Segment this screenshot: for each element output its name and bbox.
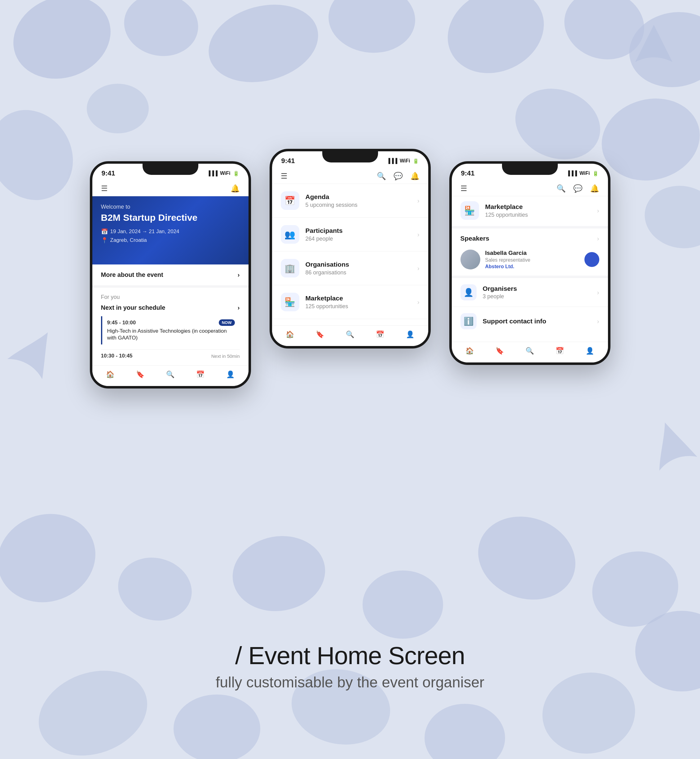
tab-home-center[interactable]: 🏠 [286, 330, 294, 338]
chat-icon-center[interactable]: 💬 [394, 172, 403, 180]
svg-point-1 [119, 0, 203, 62]
now-badge: NOW [219, 319, 235, 326]
svg-point-11 [639, 180, 700, 254]
menu-item-marketplace-center[interactable]: 🏪 Marketplace 125 opportunities › [272, 285, 428, 319]
bell-icon-center[interactable]: 🔔 [410, 172, 420, 180]
marketplace-subtitle-center: 125 opportunities [306, 303, 417, 310]
speaker-card[interactable]: Isabella Garcia Sales representative Abs… [452, 246, 608, 273]
tab-profile-left[interactable]: 👤 [226, 371, 234, 379]
tab-calendar-right[interactable]: 📅 [556, 347, 564, 355]
bottom-title: / Event Home Screen [216, 642, 484, 670]
organisations-subtitle: 86 organisations [306, 269, 417, 276]
schedule-time-1: 9:45 - 10:00 [107, 320, 136, 326]
tab-home-left[interactable]: 🏠 [106, 371, 114, 379]
organisers-icon: 👤 [464, 288, 473, 297]
organisations-icon: 🏢 [284, 263, 295, 274]
tab-bar-center: 🏠 🔖 🔍 📅 👤 [272, 325, 428, 346]
tab-search-right[interactable]: 🔍 [525, 347, 534, 355]
status-icons-right: ▐▐▐ WiFi 🔋 [566, 171, 598, 177]
speakers-section: Speakers › Isabella Garcia Sales represe… [452, 228, 608, 278]
speaker-avatar [461, 250, 480, 269]
support-section[interactable]: ℹ️ Support contact info › [452, 307, 608, 335]
schedule-item-1[interactable]: 9:45 - 10:00 NOW High-Tech in Assistive … [101, 316, 240, 344]
svg-point-23 [536, 665, 642, 759]
status-icons-left: ▐▐▐ WiFi 🔋 [207, 171, 239, 177]
menu-list-center: 📅 Agenda 5 upcoming sessions › 👥 Partici… [272, 184, 428, 319]
wifi-icon-center: WiFi [400, 158, 410, 164]
support-icon: ℹ️ [464, 316, 473, 326]
status-time-left: 9:41 [102, 169, 115, 177]
phone-notch-center [322, 151, 378, 163]
next-in-schedule[interactable]: Next in your schedule › [101, 304, 240, 311]
bottom-text: / Event Home Screen fully customisable b… [216, 642, 484, 691]
phone-notch-left [142, 164, 198, 175]
organisers-section[interactable]: 👤 Organisers 3 people › [452, 278, 608, 307]
speaker-more-circle[interactable] [584, 252, 599, 267]
svg-point-22 [425, 704, 505, 759]
menu-icon-center[interactable]: ☰ [281, 172, 288, 180]
hero-title: B2M Startup Directive [101, 212, 240, 223]
menu-icon-left[interactable]: ☰ [101, 184, 108, 193]
schedule-item-2[interactable]: 10:30 - 10:45 Next in 50min [101, 349, 240, 362]
status-time-center: 9:41 [281, 157, 295, 165]
tab-bar-left: 🏠 🔖 🔍 📅 👤 [92, 365, 248, 386]
tab-search-center[interactable]: 🔍 [346, 330, 354, 338]
phone-right: 9:41 ▐▐▐ WiFi 🔋 ☰ 🔍 💬 🔔 🏪 Marketplace [449, 161, 611, 365]
chat-icon-right[interactable]: 💬 [573, 184, 583, 193]
svg-point-14 [227, 529, 331, 618]
svg-point-2 [200, 0, 327, 94]
location-icon: 📍 [101, 237, 108, 244]
wifi-icon-left: WiFi [220, 171, 231, 176]
svg-point-8 [87, 84, 149, 133]
menu-icon-right[interactable]: ☰ [461, 184, 467, 193]
svg-point-4 [434, 0, 558, 88]
agenda-icon: 📅 [284, 196, 295, 206]
tab-profile-right[interactable]: 👤 [586, 347, 594, 355]
tab-bookmark-left[interactable]: 🔖 [136, 371, 144, 379]
marketplace-sub-right: 125 opportunities [485, 212, 597, 218]
menu-item-organisations[interactable]: 🏢 Organisations 86 organisations › [272, 252, 428, 285]
speakers-chevron: › [597, 235, 599, 242]
bell-icon-right[interactable]: 🔔 [590, 184, 599, 193]
status-time-right: 9:41 [461, 169, 475, 177]
marketplace-block-right[interactable]: 🏪 Marketplace 125 opportunities › [452, 196, 608, 228]
battery-icon-center: 🔋 [413, 158, 419, 164]
support-title: Support contact info [483, 318, 597, 325]
tab-bookmark-right[interactable]: 🔖 [495, 347, 504, 355]
speaker-name: Isabella Garcia [485, 250, 581, 257]
tab-home-right[interactable]: 🏠 [466, 347, 474, 355]
speakers-header[interactable]: Speakers › [452, 228, 608, 246]
signal-icon-center: ▐▐▐ [387, 158, 397, 164]
more-about-button[interactable]: More about the event › [92, 264, 248, 288]
phone-left: 9:41 ▐▐▐ WiFi 🔋 ☰ 🔔 Welcome to B2M Start… [90, 161, 251, 388]
menu-item-participants[interactable]: 👥 Participants 264 people › [272, 218, 428, 252]
search-icon-right[interactable]: 🔍 [556, 184, 566, 193]
tab-calendar-center[interactable]: 📅 [376, 330, 384, 338]
nav-icons-right-center: 🔍 💬 🔔 [377, 172, 420, 180]
tab-bookmark-center[interactable]: 🔖 [316, 330, 324, 338]
organisations-chevron: › [417, 265, 420, 272]
search-icon-center[interactable]: 🔍 [377, 172, 386, 180]
for-you-label: For you [101, 294, 240, 300]
battery-icon-right: 🔋 [592, 171, 598, 177]
speaker-role: Sales representative [485, 257, 581, 263]
participants-chevron: › [417, 231, 420, 238]
participants-icon: 👥 [284, 229, 295, 239]
organisers-chevron: › [597, 289, 599, 296]
bell-icon-left[interactable]: 🔔 [231, 184, 240, 193]
svg-point-15 [362, 571, 443, 639]
svg-point-19 [27, 656, 159, 759]
organisers-title: Organisers [483, 285, 597, 293]
svg-point-3 [326, 0, 418, 56]
tab-profile-center[interactable]: 👤 [406, 330, 414, 338]
tab-search-left[interactable]: 🔍 [166, 371, 175, 379]
marketplace-title-center: Marketplace [306, 294, 417, 302]
nav-bar-right: ☰ 🔍 💬 🔔 [452, 181, 608, 196]
hero-section-left: Welcome to B2M Startup Directive 📅 19 Ja… [92, 196, 248, 264]
svg-point-16 [466, 503, 587, 613]
menu-item-agenda[interactable]: 📅 Agenda 5 upcoming sessions › [272, 184, 428, 218]
status-icons-center: ▐▐▐ WiFi 🔋 [387, 158, 419, 164]
speakers-title: Speakers [461, 235, 489, 242]
for-you-section: For you Next in your schedule › 9:45 - 1… [92, 288, 248, 365]
tab-calendar-left[interactable]: 📅 [196, 371, 205, 379]
